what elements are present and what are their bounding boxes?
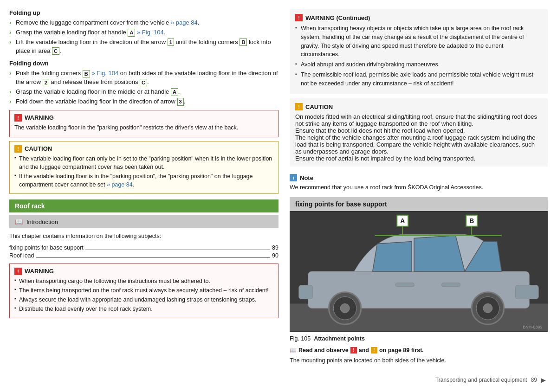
warning-body-2: When transporting cargo the following th…: [14, 277, 273, 314]
w2-bullet-2: Always secure the load with appropriate …: [14, 296, 273, 304]
warning-box-1: ! WARNING The variable loading floor in …: [9, 110, 278, 137]
toc-num-2: 90: [272, 252, 278, 259]
mounting-text: The mounting points are located on both …: [290, 356, 548, 365]
toc-label-1: fixing points for base support: [9, 244, 84, 251]
page-ref-84a[interactable]: » page 84: [171, 19, 198, 26]
fig-caption: Fig. 105 Attachment points: [290, 334, 548, 343]
toc-line-2: Roof load 90: [9, 252, 278, 259]
caution-right-title: ! CAUTION: [295, 103, 542, 110]
warning-box-2: ! WARNING When transporting cargo the fo…: [9, 263, 278, 319]
svg-rect-12: [442, 283, 460, 287]
note-title: i Note: [290, 174, 548, 181]
svg-text:BNH-0395: BNH-0395: [523, 325, 542, 329]
footer-page: 89: [531, 377, 537, 383]
toc-num-1: 89: [272, 244, 278, 251]
note-body: We recommend that you use a roof rack fr…: [290, 183, 548, 192]
caution-right-body: On models fitted with an electrical slid…: [295, 113, 542, 162]
caution-title-1: ! CAUTION: [14, 145, 273, 153]
cr-bullet-2: Ensure that the boot lid does not hit th…: [295, 127, 542, 134]
label-B2: B: [83, 70, 90, 77]
warning-icon-2: !: [14, 268, 22, 275]
folding-down-step-3: Fold down the variable loading floor in …: [9, 97, 278, 106]
svg-rect-4: [299, 285, 313, 299]
toc-line-1: fixing points for base support 89: [9, 244, 278, 251]
caution-box-1: ! CAUTION The variable loading floor can…: [9, 141, 278, 194]
label-B1: B: [240, 39, 247, 46]
wc-bullet-2: Avoid abrupt and sudden driving/braking …: [295, 60, 542, 69]
svg-point-7: [340, 304, 350, 313]
toc-dots-2: [36, 257, 271, 258]
caution-bullet-1: The variable loading floor can only be i…: [14, 154, 273, 171]
w2-bullet-1: The items being transported on the roof …: [14, 286, 273, 295]
right-column: ! WARNING (Continued) When transporting …: [290, 9, 548, 383]
cr-bullet-3: The height of the vehicle changes after …: [295, 134, 542, 155]
caution-right-icon: !: [295, 103, 303, 110]
svg-rect-3: [516, 285, 539, 299]
label-1: 1: [168, 39, 174, 46]
introduction-bar: 📖 Introduction: [9, 215, 278, 228]
fixing-points-bar: fixing points for base support: [290, 197, 548, 211]
fig-ref-104b[interactable]: » Fig. 104: [91, 70, 118, 77]
w2-bullet-3: Distribute the load evenly over the roof…: [14, 305, 273, 313]
fig-ref-104a[interactable]: » Fig. 104: [137, 29, 164, 36]
warning-icon-1: !: [14, 114, 22, 122]
warning-continued-title: ! WARNING (Continued): [295, 14, 542, 21]
label-C2: C: [140, 79, 147, 86]
label-A1: A: [128, 29, 135, 36]
read-observe-label: Read and observe: [298, 347, 349, 353]
folding-up-step-3: Lift the variable loading floor in the d…: [9, 38, 278, 56]
roof-rack-bar: Roof rack: [9, 199, 278, 212]
folding-down-step-1: Push the folding corners B » Fig. 104 on…: [9, 69, 278, 87]
warning-body-1: The variable loading floor in the "parki…: [14, 123, 273, 132]
page-footer: Transporting and practical equipment 89 …: [435, 376, 546, 384]
warning-title-2: ! WARNING: [14, 268, 273, 275]
toc-label-2: Roof load: [9, 252, 34, 259]
folding-down-steps: Push the folding corners B » Fig. 104 on…: [9, 69, 278, 106]
folding-up-step-1: Remove the luggage compartment cover fro…: [9, 19, 278, 27]
read-warn-icon: !: [350, 347, 357, 353]
cr-bullet-1: On models fitted with an electrical slid…: [295, 113, 542, 127]
intro-body: This chapter contains information on the…: [9, 232, 278, 240]
wc-bullet-3: The permissible roof load, permissible a…: [295, 71, 542, 88]
folding-up-step-2: Grasp the variable loading floor at hand…: [9, 28, 278, 37]
svg-rect-11: [395, 283, 414, 287]
folding-down-title: Folding down: [9, 60, 278, 67]
label-A2: A: [171, 88, 178, 96]
w2-bullet-0: When transporting cargo the following th…: [14, 277, 273, 285]
svg-text:B: B: [469, 217, 474, 225]
label-3: 3: [177, 98, 184, 105]
warning-continued-icon: !: [295, 14, 303, 21]
caution-icon-1: !: [14, 145, 22, 153]
book-icon: 📖: [15, 218, 23, 225]
caution-bullet-2: If the variable loading floor is in the …: [14, 172, 273, 189]
svg-text:A: A: [400, 217, 405, 225]
car-image: A B BNH-0395: [290, 211, 548, 332]
toc-dots-1: [85, 250, 270, 250]
car-svg: A B BNH-0395: [290, 211, 548, 332]
warning-continued-box: ! WARNING (Continued) When transporting …: [290, 9, 548, 94]
footer-arrow-icon: ▶: [541, 376, 546, 384]
footer-text: Transporting and practical equipment: [435, 377, 527, 383]
read-observe: 📖 Read and observe ! and ! on page 89 fi…: [290, 347, 548, 353]
folding-down-step-2: Grasp the variable loading floor in the …: [9, 88, 278, 96]
note-icon: i: [290, 174, 297, 181]
page-ref-84b[interactable]: » page 84: [107, 181, 133, 188]
label-2: 2: [43, 79, 49, 86]
warning-continued-body: When transporting heavy objects or objec…: [295, 24, 542, 88]
caution-body-1: The variable loading floor can only be i…: [14, 154, 273, 189]
left-column: Folding up Remove the luggage compartmen…: [9, 9, 278, 383]
label-C1: C: [52, 47, 59, 55]
svg-point-10: [483, 304, 492, 313]
folding-up-steps: Remove the luggage compartment cover fro…: [9, 19, 278, 55]
read-caution-icon: !: [371, 347, 377, 353]
book-icon-sm: 📖: [290, 347, 297, 353]
folding-up-title: Folding up: [9, 9, 278, 16]
note-box: i Note We recommend that you use a roof …: [290, 171, 548, 194]
warning-title-1: ! WARNING: [14, 114, 273, 122]
caution-box-right: ! CAUTION On models fitted with an elect…: [290, 98, 548, 167]
wc-bullet-1: When transporting heavy objects or objec…: [295, 24, 542, 59]
cr-bullet-4: Ensure the roof aerial is not impaired b…: [295, 155, 542, 162]
